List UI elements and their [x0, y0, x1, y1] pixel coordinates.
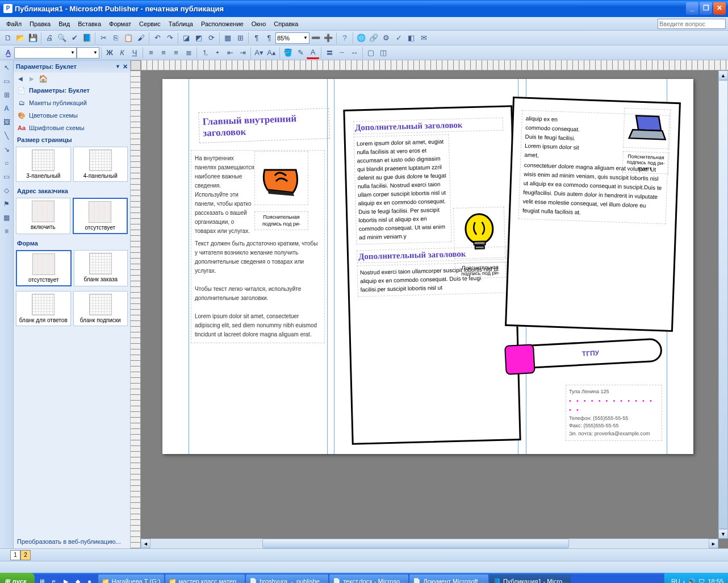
taskpane-menu-button[interactable]: ▼	[115, 64, 120, 69]
taskbar-item-publisher[interactable]: 📘Публикация1 - Micro...	[489, 574, 571, 583]
select-tool[interactable]: ↖	[1, 62, 12, 73]
ask-question-input[interactable]	[658, 19, 726, 29]
hscroll-thumb[interactable]	[262, 539, 570, 548]
dash-style-button[interactable]: ┄	[336, 47, 348, 59]
rect-tool[interactable]: ▭	[1, 171, 12, 182]
ql-app2-icon[interactable]: ●	[85, 576, 95, 583]
research-button[interactable]: 📘	[81, 32, 93, 44]
open-button[interactable]: 📂	[14, 32, 27, 44]
vscroll-thumb[interactable]	[718, 80, 728, 529]
link-layouts[interactable]: 🗂Макеты публикаций	[14, 97, 130, 109]
insert-table-button[interactable]: ⊞	[234, 32, 246, 44]
font-color-button[interactable]: A	[307, 47, 319, 59]
panel3-frame[interactable]: Пояснительная подпись под ри-сунет. aliq…	[505, 97, 681, 332]
redo-button[interactable]: ↷	[164, 32, 176, 44]
increase-font-button[interactable]: A▴	[265, 47, 278, 59]
thumb-addr-none[interactable]: отсутствует	[73, 198, 128, 234]
menu-tools[interactable]: Сервис	[135, 19, 165, 29]
panel2-text1[interactable]: Lorem ipsum dolor sit amet, eugiat nulla…	[354, 134, 452, 244]
panel1-bodytext[interactable]: На внутренних панелях размещаются наибол…	[191, 150, 325, 343]
thumb-3panel[interactable]: 3-панельный	[16, 147, 71, 182]
align-center-button[interactable]: ≡	[157, 47, 170, 59]
taskpane-back-button[interactable]: ◄	[16, 74, 25, 83]
zoom-in-button[interactable]: ➕	[322, 32, 334, 44]
line-color-button[interactable]: ✎	[294, 47, 307, 59]
justify-button[interactable]: ≣	[182, 47, 195, 59]
font-combo[interactable]: ▼	[14, 47, 77, 59]
menu-edit[interactable]: Правка	[26, 19, 55, 29]
address-block[interactable]: Тула Ленина 125 • • • • • • • • • • • • …	[566, 385, 662, 441]
zoom-combo[interactable]: 85%▼	[275, 32, 309, 44]
menu-format[interactable]: Формат	[105, 19, 135, 29]
menu-window[interactable]: Окно	[248, 19, 270, 29]
mail-merge-button[interactable]: ✉	[417, 32, 430, 44]
panel1-heading[interactable]: Главный внутренний заголовок	[198, 108, 330, 143]
cut-button[interactable]: ✂	[97, 32, 110, 44]
thumb-form-none[interactable]: отсутствует	[16, 250, 72, 286]
line-style-button[interactable]: 〓	[323, 47, 336, 59]
menu-file[interactable]: Файл	[2, 19, 26, 29]
zoom-out-button[interactable]: ➖	[309, 32, 322, 44]
autoshapes-tool[interactable]: ◇	[1, 185, 12, 196]
page-2-tab[interactable]: 2	[20, 550, 31, 560]
tray-clock[interactable]: 18:55	[708, 578, 723, 583]
bookmark-tool[interactable]: ⚑	[1, 198, 12, 210]
picture-frame-tool[interactable]: 🖼	[1, 116, 12, 128]
scroll-right-button[interactable]: ►	[709, 539, 718, 548]
oval-tool[interactable]: ○	[1, 157, 12, 169]
thumb-form-order[interactable]: бланк заказа	[74, 250, 128, 286]
line-tool[interactable]: ╲	[1, 130, 12, 141]
scroll-left-button[interactable]: ◄	[141, 539, 150, 548]
taskpane-home-button[interactable]: 🏠	[39, 74, 48, 83]
fontsize-combo[interactable]: ▼	[77, 47, 99, 59]
taskbar-item-word3[interactable]: 📄Документ Microsoft ...	[409, 574, 488, 583]
ask-question-box[interactable]	[658, 19, 726, 29]
tray-shield-icon[interactable]: 🛡	[698, 578, 705, 583]
vertical-ruler[interactable]	[131, 70, 141, 548]
menu-insert[interactable]: Вставка	[74, 19, 105, 29]
vertical-scrollbar[interactable]: ▲ ▼	[718, 70, 728, 539]
align-left-button[interactable]: ≡	[145, 47, 157, 59]
ql-desktop-icon[interactable]: 🖥	[37, 576, 47, 583]
wordart-tool[interactable]: A	[1, 103, 12, 114]
format-painter-button[interactable]: 🖌	[135, 32, 147, 44]
spelling-button[interactable]: ✔	[68, 32, 81, 44]
numbered-list-button[interactable]: ⒈	[199, 47, 211, 59]
menu-help[interactable]: Справка	[270, 19, 302, 29]
print-button[interactable]: 🖨	[43, 32, 56, 44]
taskbar-item-folder[interactable]: 📁мастер класс матер...	[165, 574, 245, 583]
send-back-button[interactable]: ◩	[193, 32, 205, 44]
columns-button[interactable]: ▦	[221, 32, 234, 44]
ql-media-icon[interactable]: ▶	[61, 576, 71, 583]
ql-app1-icon[interactable]: ◆	[73, 576, 83, 583]
special-chars-button[interactable]: ¶	[263, 32, 275, 44]
arrow-style-button[interactable]: ↔	[348, 47, 361, 59]
fill-color-button[interactable]: 🪣	[282, 47, 294, 59]
maximize-button[interactable]: ❐	[700, 2, 712, 15]
taskbar-item-word1[interactable]: 📄broshyura_-_publishe...	[246, 574, 328, 583]
convert-to-web-link[interactable]: Преобразовать в веб-публикацию...	[14, 535, 130, 548]
web-preview-button[interactable]: 🌐	[355, 32, 367, 44]
commercial-print-button[interactable]: ◧	[405, 32, 417, 44]
panel2-heading1[interactable]: Дополнительный заголовок	[353, 118, 504, 135]
print-preview-button[interactable]: 🔍	[56, 32, 68, 44]
page-1-tab[interactable]: 1	[10, 550, 20, 560]
thumb-form-signup[interactable]: бланк подписки	[73, 291, 128, 326]
3d-button[interactable]: ◫	[377, 47, 390, 59]
undo-button[interactable]: ↶	[151, 32, 164, 44]
styles-button[interactable]: A̲	[2, 47, 14, 59]
arrow-tool[interactable]: ↘	[1, 144, 12, 155]
table-tool[interactable]: ⊞	[1, 89, 12, 101]
start-button[interactable]: ⊞ пуск	[0, 573, 35, 583]
panel2-caption[interactable]: Пояснительная подпись под ри-	[454, 262, 506, 279]
horizontal-scrollbar[interactable]: ◄ ►	[141, 539, 718, 548]
link-font-schemes[interactable]: AaШрифтовые схемы	[14, 122, 130, 134]
underline-button[interactable]: Ч	[128, 47, 141, 59]
taskpane-close-button[interactable]: ✕	[123, 63, 128, 70]
align-right-button[interactable]: ≡	[170, 47, 182, 59]
link-booklet-params[interactable]: 📄Параметры: Буклет	[14, 84, 130, 97]
hyperlink-button[interactable]: 🔗	[367, 32, 380, 44]
thumb-4panel[interactable]: 4-панельный	[73, 147, 128, 182]
shadow-button[interactable]: ▢	[365, 47, 377, 59]
design-checker-button[interactable]: ✓	[392, 32, 405, 44]
